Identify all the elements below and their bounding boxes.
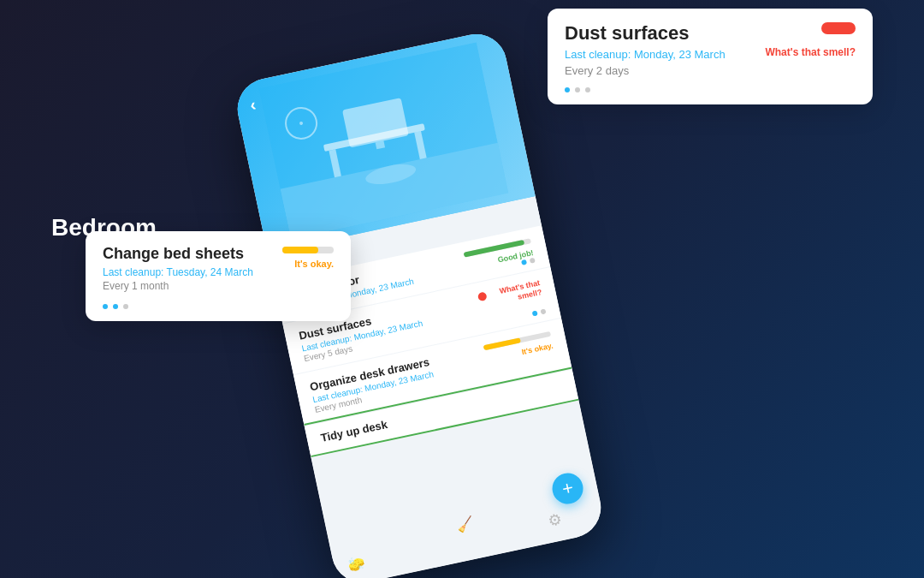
- scene: Bedroom Dust surfaces Last cleanup: Mond…: [0, 0, 924, 578]
- change-bed-dots: [103, 304, 334, 309]
- fab-plus-icon: +: [560, 476, 576, 500]
- fab-add-button[interactable]: +: [549, 470, 586, 507]
- change-bed-bar: [282, 247, 318, 253]
- dot-2: [113, 304, 118, 309]
- dot-1: [565, 87, 570, 92]
- change-bed-badge: It's okay.: [294, 259, 334, 269]
- dot-3: [585, 87, 590, 92]
- dot: [530, 258, 536, 264]
- gear-icon[interactable]: ⚙: [547, 509, 564, 531]
- broom-icon: 🧹: [455, 515, 476, 534]
- change-bed-sheets-frequency: Every 1 month: [103, 280, 334, 292]
- dust-surfaces-title: Dust surfaces: [565, 22, 856, 45]
- dot-3: [123, 304, 128, 309]
- dot-1: [103, 304, 108, 309]
- dust-surfaces-smell-label: What's that smell?: [765, 46, 856, 58]
- dust-surfaces-frequency: Every 2 days: [565, 64, 856, 77]
- dust-surfaces-badge-pill: [821, 22, 856, 34]
- change-bed-sheets-card: Change bed sheets Last cleanup: Tuesday,…: [86, 231, 351, 321]
- dot-2: [575, 87, 580, 92]
- dust-surfaces-card: Dust surfaces Last cleanup: Monday, 23 M…: [548, 9, 873, 104]
- dot: [532, 310, 538, 316]
- vacuum-icon: 🧽: [346, 554, 367, 574]
- change-bed-bar-bg: [282, 247, 334, 253]
- dot: [521, 259, 527, 265]
- dust-surfaces-dots: [565, 87, 856, 92]
- dot: [540, 308, 546, 314]
